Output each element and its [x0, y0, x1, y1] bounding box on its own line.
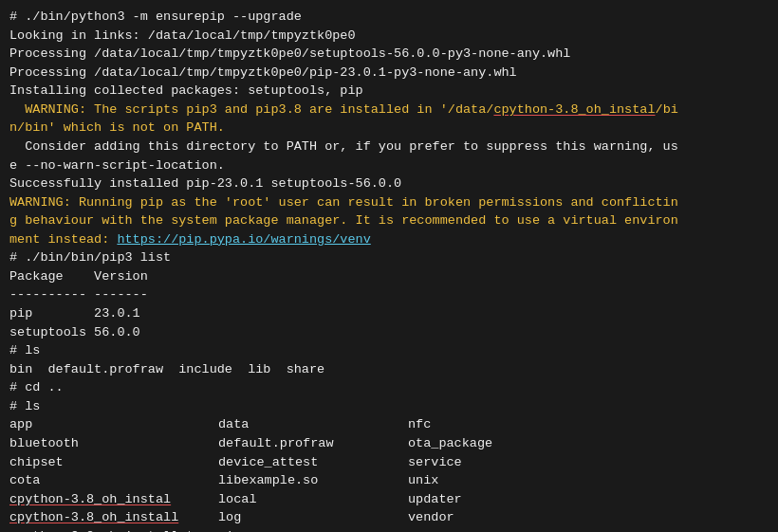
line-12: g behaviour with the system package mana…: [9, 211, 769, 230]
line-3: Processing /data/local/tmp/tmpyztk0pe0/s…: [9, 45, 769, 64]
ls-bluetooth: bluetooth: [9, 434, 218, 453]
ls-cpython3: cpython-3.8_oh_install.tar: [9, 527, 218, 532]
line-20: bin default.profraw include lib share: [9, 360, 769, 379]
line-7: n/bin' which is not on PATH.: [9, 119, 769, 138]
ls-cpython2: cpython-3.8_oh_install: [9, 508, 218, 527]
ls-cpython1: cpython-3.8_oh_instal: [9, 490, 218, 509]
line-4: Processing /data/local/tmp/tmpyztk0pe0/p…: [9, 64, 769, 83]
warning-label: WARNING: The scripts pip3 and pip3.8 are…: [25, 102, 678, 117]
line-21: # cd ..: [9, 378, 769, 397]
ls-output: app bluetooth chipset cota cpython-3.8_o…: [9, 415, 769, 532]
pip-url: https://pip.pypa.io/warnings/venv: [117, 232, 370, 247]
ls-unix: unix: [408, 471, 598, 490]
ls-default-profraw: default.profraw: [218, 434, 408, 453]
ls-service: service: [408, 453, 598, 472]
col3: nfc ota_package service unix updater ven…: [408, 415, 598, 532]
line-15: Package Version: [9, 267, 769, 286]
ls-chipset: chipset: [9, 453, 218, 472]
line-17: pip 23.0.1: [9, 304, 769, 323]
line-6: WARNING: The scripts pip3 and pip3.8 are…: [9, 101, 769, 119]
ls-local: local: [218, 490, 408, 509]
line-9: e --no-warn-script-location.: [9, 156, 769, 175]
line-22: # ls: [9, 397, 769, 416]
ls-app: app: [9, 415, 218, 434]
line-16: ---------- -------: [9, 285, 769, 304]
ls-nfc: nfc: [408, 415, 598, 434]
cpython2-underline: cpython-3.8_oh_install: [9, 510, 178, 524]
ls-device-attest: device_attest: [218, 453, 408, 472]
ls-libexample: libexample.so: [218, 471, 408, 490]
line-13: ment instead: https://pip.pypa.io/warnin…: [9, 230, 769, 249]
ls-data: data: [218, 415, 408, 434]
ls-log: log: [218, 508, 408, 527]
warning-pip-2: g behaviour with the system package mana…: [9, 213, 678, 228]
line-5: Installing collected packages: setuptool…: [9, 82, 769, 101]
line-10: Successfully installed pip-23.0.1 setupt…: [9, 174, 769, 193]
warning-label-2: n/bin' which is not on PATH.: [9, 120, 225, 135]
line-1: # ./bin/python3 -m ensurepip --upgrade: [9, 8, 769, 27]
col2: data default.profraw device_attest libex…: [218, 415, 408, 532]
line-14: # ./bin/bin/pip3 list: [9, 248, 769, 267]
line-2: Looking in links: /data/local/tmp/tmpyzt…: [9, 27, 769, 46]
warning-pip-3: ment instead: https://pip.pypa.io/warnin…: [9, 232, 371, 247]
line-8: Consider adding this directory to PATH o…: [9, 138, 769, 156]
ls-updater: updater: [408, 490, 598, 509]
line-19: # ls: [9, 341, 769, 360]
warning-pip-1: WARNING: Running pip as the 'root' user …: [9, 195, 678, 210]
path-underline: cpython-3.8_oh_instal: [493, 102, 655, 117]
col1: app bluetooth chipset cota cpython-3.8_o…: [9, 415, 218, 532]
ls-cota: cota: [9, 471, 218, 490]
line-18: setuptools 56.0.0: [9, 323, 769, 342]
ls-misc: misc: [218, 527, 408, 532]
ls-vendor: vendor: [408, 508, 598, 527]
terminal: # ./bin/python3 -m ensurepip --upgrade L…: [0, 0, 778, 532]
line-11: WARNING: Running pip as the 'root' user …: [9, 193, 769, 212]
ls-ota-package: ota_package: [408, 434, 598, 453]
cpython1-underline: cpython-3.8_oh_instal: [9, 492, 171, 506]
